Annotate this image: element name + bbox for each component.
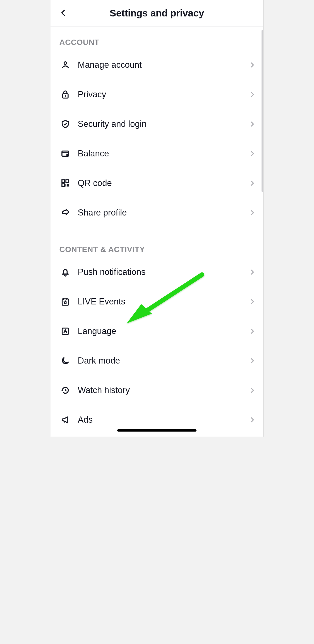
row-live-events[interactable]: LIVE Events	[51, 287, 263, 316]
svg-rect-7	[62, 184, 64, 187]
row-label: Ads	[78, 415, 249, 425]
row-label: Share profile	[78, 208, 249, 218]
chevron-right-icon	[249, 180, 256, 187]
row-share-profile[interactable]: Share profile	[51, 198, 263, 227]
svg-rect-5	[62, 180, 64, 183]
back-button[interactable]	[56, 6, 71, 20]
row-qr-code[interactable]: QR code	[51, 168, 263, 198]
language-icon	[59, 325, 71, 337]
row-label: Balance	[78, 149, 249, 159]
row-label: LIVE Events	[78, 297, 249, 307]
chevron-right-icon	[249, 121, 256, 127]
svg-point-0	[64, 62, 66, 64]
history-icon	[59, 384, 71, 396]
row-privacy[interactable]: Privacy	[51, 80, 263, 109]
row-label: Language	[78, 326, 249, 336]
row-language[interactable]: Language	[51, 316, 263, 346]
share-arrow-icon	[59, 207, 71, 219]
row-dark-mode[interactable]: Dark mode	[51, 346, 263, 376]
row-label: Manage account	[78, 60, 249, 70]
settings-header: Settings and privacy	[51, 0, 263, 26]
lock-icon	[59, 89, 71, 100]
chevron-right-icon	[249, 298, 256, 305]
chevron-right-icon	[249, 209, 256, 216]
chevron-right-icon	[249, 150, 256, 157]
chevron-right-icon	[249, 91, 256, 98]
row-security-login[interactable]: Security and login	[51, 109, 263, 139]
megaphone-icon	[59, 414, 71, 426]
chevron-left-icon	[59, 9, 67, 18]
section-header-content-activity: CONTENT & ACTIVITY	[51, 233, 263, 257]
home-indicator	[117, 429, 196, 432]
chevron-right-icon	[249, 269, 256, 275]
row-label: Privacy	[78, 89, 249, 100]
row-label: Watch history	[78, 385, 249, 395]
qr-code-icon	[59, 177, 71, 189]
row-label: Push notifications	[78, 267, 249, 277]
chevron-right-icon	[249, 328, 256, 335]
person-icon	[59, 59, 71, 71]
svg-rect-6	[66, 180, 69, 183]
row-label: Dark mode	[78, 356, 249, 366]
row-balance[interactable]: Balance	[51, 139, 263, 168]
row-label: QR code	[78, 178, 249, 188]
calendar-star-icon	[59, 296, 71, 308]
chevron-right-icon	[249, 62, 256, 68]
section-header-account: ACCOUNT	[51, 26, 263, 50]
moon-icon	[59, 355, 71, 367]
row-push-notifications[interactable]: Push notifications	[51, 257, 263, 287]
row-label: Security and login	[78, 119, 249, 129]
svg-rect-11	[62, 299, 68, 305]
wallet-icon	[59, 148, 71, 159]
bell-icon	[59, 266, 71, 278]
chevron-right-icon	[249, 387, 256, 394]
page-title: Settings and privacy	[110, 8, 204, 19]
row-manage-account[interactable]: Manage account	[51, 50, 263, 80]
settings-scroll-area: ACCOUNT Manage account Privacy Security …	[51, 26, 263, 437]
shield-check-icon	[59, 118, 71, 130]
row-watch-history[interactable]: Watch history	[51, 376, 263, 405]
chevron-right-icon	[249, 417, 256, 423]
chevron-right-icon	[249, 357, 256, 364]
